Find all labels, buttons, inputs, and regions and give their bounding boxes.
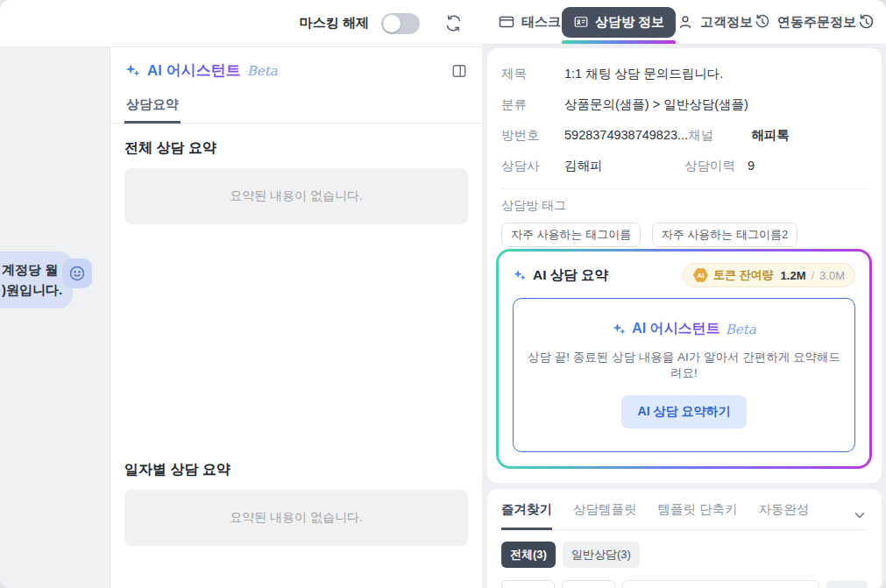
tab-room-info-label: 상담방 정보 [595, 14, 664, 31]
field-label: 채널 [688, 127, 751, 144]
left-pane: 마스킹 해제 계정당 월 )원입니다. [0, 0, 482, 588]
tab-task-label: 태스크 [521, 14, 561, 31]
edit-button[interactable]: 편집 [826, 580, 868, 588]
ai-assistant-title: AI 어시스턴트 [147, 60, 241, 81]
field-value: 상품문의(샘플) > 일반상담(샘플) [564, 96, 748, 113]
room-info-card: 제목 1:1 채팅 상담 문의드립니다. 분류 상품문의(샘플) > 일반상담(… [487, 48, 882, 483]
tab-task[interactable]: 태스크 [498, 13, 561, 31]
token-total: 3.0M [819, 269, 845, 282]
sparkle-icon [612, 322, 627, 337]
beta-badge: Beta [726, 322, 756, 337]
ai-assistant-title-group: AI 어시스턴트 Beta [124, 60, 278, 81]
room-info-content: 제목 1:1 채팅 상담 문의드립니다. 분류 상품문의(샘플) > 일반상담(… [482, 45, 886, 588]
ai-summary-highlight: AI 상담 요약 AI 토큰 잔여량 1.2M / 3.0M [496, 249, 872, 469]
tab-consult-summary[interactable]: 상담요약 [124, 91, 181, 124]
ai-summarize-button[interactable]: AI 상담 요약하기 [621, 395, 748, 429]
field-label: 방번호 [501, 127, 564, 144]
field-half: 상담사 김해피 [501, 158, 684, 174]
field-value: 해피톡 [751, 127, 790, 144]
panel-toggle-icon[interactable] [450, 62, 468, 80]
chip-general[interactable]: 일반상담(3) [563, 542, 640, 568]
overall-summary-heading: 전체 상담 요약 [124, 139, 468, 158]
tab-room-info[interactable]: 상담방 정보 [562, 7, 676, 38]
tab-linked-orders[interactable]: 연동주문정보 [754, 13, 856, 31]
field-value: 9 [748, 159, 755, 173]
history-clock-icon [754, 13, 771, 31]
masking-toggle[interactable] [381, 13, 420, 34]
tab-customer-info[interactable]: 고객정보 [677, 13, 753, 31]
info-tabbar: 태스크 상담방 정보 [482, 0, 886, 45]
field-half: 채널 해피톡 [688, 127, 868, 144]
tab-linked-orders-label: 연동주문정보 [777, 14, 856, 31]
ai-assistant-panel: AI 어시스턴트 Beta 상담요약 전체 상담 요약 요약된 내용이 없습니다… [110, 47, 482, 588]
token-separator: / [811, 269, 814, 282]
template-tabs: 즐겨찾기 상담템플릿 템플릿 단축키 자동완성 [501, 501, 868, 530]
field-value: 김해피 [564, 158, 603, 174]
chat-area-edge: 계정당 월 )원입니다. [0, 47, 110, 588]
toggle-knob [383, 15, 400, 32]
ai-summary-header: AI 상담 요약 AI 토큰 잔여량 1.2M / 3.0M [513, 263, 855, 287]
sparkle-icon [513, 268, 527, 282]
chip-all[interactable]: 전체(3) [501, 542, 556, 568]
history-icon[interactable] [857, 13, 875, 32]
tag-chip[interactable]: 자주 사용하는 태그이름2 [652, 223, 797, 247]
divider [501, 188, 868, 189]
tab-template-shortcuts[interactable]: 템플릿 단축키 [658, 501, 738, 530]
ai-summary-title: AI 상담 요약 [533, 266, 608, 285]
overall-summary-section: 전체 상담 요약 요약된 내용이 없습니다. [110, 124, 482, 224]
tab-autocomplete[interactable]: 자동완성 [759, 501, 810, 530]
left-body: 계정당 월 )원입니다. [0, 47, 482, 588]
chat-bubble-line1: 계정당 월 [2, 259, 62, 280]
id-card-icon [573, 14, 589, 30]
field-half: 상담이력 9 [684, 158, 868, 174]
field-row-room-channel: 방번호 5928374938749823... 채널 해피톡 [501, 120, 868, 151]
field-label: 제목 [501, 66, 564, 82]
ai-summary-body: AI 어시스턴트 Beta 상담 끝! 종료된 상담 내용을 AI가 알아서 간… [513, 298, 855, 452]
field-value: 5928374938749823... [564, 128, 688, 142]
field-label: 분류 [501, 96, 564, 113]
room-tags-label: 상담방 태그 [501, 198, 868, 214]
ai-summary-description: 상담 끝! 종료된 상담 내용을 AI가 알아서 간편하게 요약해드려요! [526, 350, 842, 381]
daily-summary-section: 일자별 상담 요약 요약된 내용이 없습니다. [110, 445, 482, 546]
refresh-icon[interactable] [444, 14, 463, 32]
task-icon [498, 13, 515, 31]
field-row-title: 제목 1:1 채팅 상담 문의드립니다. [501, 59, 868, 89]
field-row-agent-history: 상담사 김해피 상담이력 9 [501, 151, 868, 181]
category-select[interactable]: 전체 ▼ [501, 580, 555, 588]
ai-summary-title-group: AI 상담 요약 [513, 266, 608, 285]
tab-customer-info-label: 고객정보 [700, 14, 753, 31]
tag-chip[interactable]: 자주 사용하는 태그이름 [501, 223, 641, 247]
search-box [622, 580, 819, 588]
ai-assistant-header: AI 어시스턴트 Beta [110, 47, 482, 91]
field-label: 상담사 [501, 158, 564, 174]
right-pane: 태스크 상담방 정보 [482, 0, 886, 588]
token-used: 1.2M [781, 269, 806, 282]
token-badge: AI 토큰 잔여량 1.2M / 3.0M [683, 263, 855, 287]
masking-toggle-label: 마스킹 해제 [300, 15, 369, 32]
template-search-row: 전체 ▼ 답변 ▼ 편집 [501, 580, 868, 588]
tab-consult-templates[interactable]: 상담템플릿 [573, 501, 637, 530]
template-filter-chips: 전체(3) 일반상담(3) [501, 542, 868, 568]
type-select[interactable]: 답변 ▼ [562, 580, 615, 588]
chevron-down-icon[interactable] [852, 507, 868, 523]
field-label: 상담이력 [684, 158, 748, 174]
app-window: 마스킹 해제 계정당 월 )원입니다. [0, 0, 886, 588]
chat-toolbar: 마스킹 해제 [0, 0, 482, 47]
room-tags: 자주 사용하는 태그이름 자주 사용하는 태그이름2 [501, 223, 868, 247]
sparkle-icon [124, 62, 141, 79]
field-half: 방번호 5928374938749823... [501, 127, 688, 144]
field-row-category: 분류 상품문의(샘플) > 일반상담(샘플) [501, 89, 868, 120]
ai-panel-tabs: 상담요약 [110, 91, 482, 124]
assistant-title-group: AI 어시스턴트 Beta [612, 320, 755, 338]
overall-summary-empty: 요약된 내용이 없습니다. [124, 168, 468, 224]
template-card: 즐겨찾기 상담템플릿 템플릿 단축키 자동완성 전체(3) 일반상담(3) [487, 489, 882, 588]
chat-bubble-line2: )원입니다. [2, 280, 62, 300]
tab-favorites[interactable]: 즐겨찾기 [501, 501, 552, 530]
emoji-icon[interactable] [62, 259, 92, 288]
assistant-title: AI 어시스턴트 [632, 320, 719, 338]
token-hexagon-icon: AI [693, 268, 708, 283]
beta-badge: Beta [247, 63, 278, 79]
field-value: 1:1 채팅 상담 문의드립니다. [564, 66, 723, 82]
token-label: 토큰 잔여량 [713, 267, 774, 283]
tab-room-wrap: 상담방 정보 [562, 0, 676, 44]
